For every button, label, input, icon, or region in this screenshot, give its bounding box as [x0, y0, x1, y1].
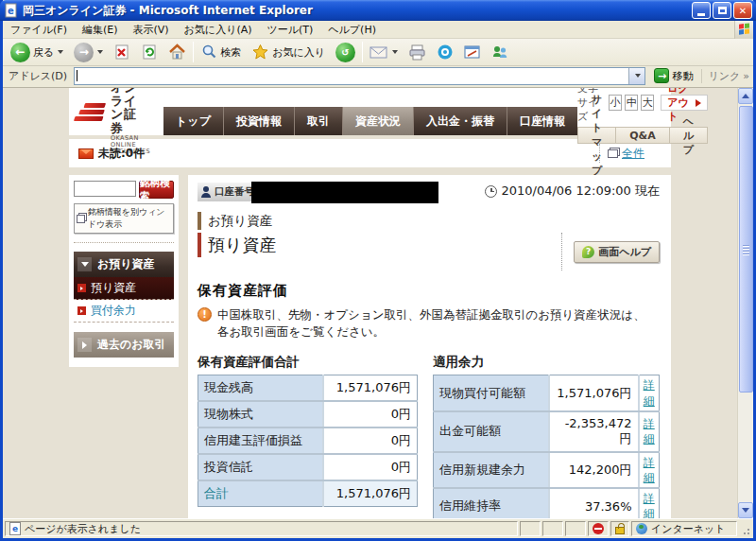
- menu-favorites[interactable]: お気に入り(A): [177, 21, 260, 39]
- scroll-down-button[interactable]: [738, 502, 753, 518]
- print-button[interactable]: [404, 42, 430, 63]
- bullet-icon: [77, 306, 86, 315]
- refresh-button[interactable]: [137, 41, 162, 63]
- back-button[interactable]: ← 戻る: [7, 40, 67, 65]
- edit-button[interactable]: [460, 42, 485, 62]
- browser-window: e 岡三オンライン証券 - Microsoft Internet Explore…: [0, 0, 756, 541]
- resize-grip[interactable]: [739, 521, 751, 536]
- logout-arrow-icon: [696, 99, 701, 107]
- menu-help[interactable]: ヘルプ(H): [320, 21, 384, 39]
- help-button[interactable]: ヘルプ: [669, 128, 707, 143]
- scrollbar-track[interactable]: [738, 104, 753, 502]
- logout-button[interactable]: ログアウト: [661, 95, 708, 111]
- sidebar: 銘柄検索 銘柄情報を別ウィンドウ表示 お預り資産: [69, 175, 179, 367]
- go-icon: →: [654, 68, 669, 83]
- font-size-small-button[interactable]: 小: [609, 95, 622, 111]
- browser-toolbar: ← 戻る → 検索 お気に入り ↺: [3, 39, 753, 66]
- stock-search-button[interactable]: 銘柄検索: [139, 181, 174, 199]
- favorites-button[interactable]: お気に入り: [248, 41, 329, 63]
- forward-dropdown-icon[interactable]: [97, 50, 103, 54]
- forward-button[interactable]: →: [70, 40, 107, 65]
- font-size-medium-button[interactable]: 中: [625, 95, 638, 111]
- address-dropdown-button[interactable]: [628, 68, 644, 84]
- mail-dropdown-icon[interactable]: [392, 50, 398, 54]
- scrollbar-thumb[interactable]: [739, 106, 753, 393]
- sitemap-button[interactable]: サイトマップ: [578, 128, 615, 143]
- address-input[interactable]: [77, 69, 628, 83]
- detail-link[interactable]: 詳細: [643, 377, 655, 408]
- stop-icon: [113, 44, 130, 61]
- address-input-wrap: [74, 67, 645, 85]
- menu-file[interactable]: ファイル(F): [3, 21, 75, 39]
- maximize-button[interactable]: [713, 2, 731, 19]
- font-size-large-button[interactable]: 大: [641, 95, 654, 111]
- svg-text:e: e: [8, 6, 14, 16]
- title-bar[interactable]: e 岡三オンライン証券 - Microsoft Internet Explore…: [0, 0, 756, 21]
- nav-tab-account-info[interactable]: 口座情報: [507, 107, 577, 135]
- menu-bar: ファイル(F) 編集(E) 表示(V) お気に入り(A) ツール(T) ヘルプ(…: [3, 21, 753, 39]
- nav-tab-deposit-transfer[interactable]: 入出金・振替: [413, 107, 507, 135]
- summary-table-title: 保有資産評価合計: [198, 354, 418, 371]
- nav-tab-top[interactable]: トップ: [163, 107, 223, 135]
- unread-mail-icon: [78, 148, 94, 159]
- star-icon: [251, 44, 269, 61]
- menu-view[interactable]: 表示(V): [126, 21, 177, 39]
- table-row: 信用新規建余力 142,200円 詳細: [434, 452, 660, 488]
- sidebar-section-history[interactable]: 過去のお取引: [74, 332, 174, 358]
- screen-help-button[interactable]: ? 画面ヘルプ: [574, 241, 660, 263]
- holdings-summary-table: 現金残高 1,571,076円 現物株式 0円 信用建玉評価損益: [198, 375, 418, 507]
- stock-code-input[interactable]: [74, 181, 136, 197]
- margin-table-title: 適用余力: [433, 354, 660, 371]
- links-toolbar[interactable]: リンク»: [701, 69, 749, 83]
- sidebar-section-assets[interactable]: お預り資産: [74, 252, 174, 277]
- table-row: 信用維持率 37.36% 詳細: [434, 488, 660, 518]
- detail-link[interactable]: 詳細: [643, 455, 655, 485]
- qa-button[interactable]: Q&A: [615, 128, 668, 143]
- menu-tools[interactable]: ツール(T): [260, 21, 321, 39]
- menu-edit[interactable]: 編集(E): [75, 21, 126, 39]
- warning-icon: !: [198, 307, 212, 322]
- stop-button[interactable]: [110, 41, 134, 63]
- section-title-valuation: 保有資産評価: [198, 282, 660, 300]
- popup-blocked-icon: [593, 523, 604, 534]
- search-icon: [200, 44, 217, 61]
- chevron-right-icon: [77, 338, 92, 352]
- popup-window-icon: [608, 149, 618, 158]
- address-label: アドレス(D): [7, 69, 69, 83]
- history-button[interactable]: ↺: [332, 40, 359, 65]
- holdings-summary: 保有資産評価合計 現金残高 1,571,076円 現物株式 0円: [198, 354, 418, 507]
- nav-tab-asset-status[interactable]: 資産状況: [342, 107, 413, 135]
- main-nav: トップ 投資情報 取引 資産状況 入出金・振替 口座情報: [163, 107, 577, 135]
- nav-tab-trade[interactable]: 取引: [294, 107, 342, 135]
- detail-link[interactable]: 詳細: [643, 491, 655, 518]
- go-button[interactable]: → 移動: [650, 67, 696, 84]
- vertical-scrollbar[interactable]: [737, 88, 753, 518]
- all-messages-link[interactable]: 全件: [622, 146, 644, 162]
- security-zone: インターネット: [651, 522, 726, 536]
- account-number-bar: 口座番号: [198, 183, 407, 201]
- minimize-button[interactable]: [692, 2, 711, 19]
- messenger-button[interactable]: [433, 41, 457, 63]
- person-icon: [201, 186, 211, 198]
- scroll-up-button[interactable]: [738, 88, 753, 104]
- back-dropdown-icon[interactable]: [58, 50, 63, 54]
- nav-tab-invest-info[interactable]: 投資情報: [223, 107, 294, 135]
- breadcrumb: お預り資産: [198, 212, 660, 230]
- sidebar-item-deposit-assets[interactable]: 預り資産: [74, 277, 174, 300]
- mail-button[interactable]: [366, 42, 402, 62]
- status-bar: e ページが表示されました インターネット: [3, 518, 753, 538]
- close-button[interactable]: ✕: [733, 2, 752, 19]
- home-button[interactable]: [164, 41, 190, 63]
- forward-icon: →: [74, 43, 94, 62]
- timestamp: 2010/04/06 12:09:00 現在: [501, 183, 660, 200]
- table-row: 現金残高 1,571,076円: [198, 375, 418, 402]
- search-button[interactable]: 検索: [197, 41, 245, 63]
- page-title: 預り資産: [198, 233, 276, 257]
- im-contacts-button[interactable]: [488, 41, 512, 63]
- sidebar-item-buying-power[interactable]: 買付余力: [74, 300, 174, 323]
- detail-link[interactable]: 詳細: [643, 416, 655, 446]
- screen-help-icon: ?: [582, 246, 594, 258]
- stock-info-popup-button[interactable]: 銘柄情報を別ウィンドウ表示: [74, 203, 174, 234]
- clock-icon: [485, 185, 497, 198]
- mail-icon: [369, 44, 388, 60]
